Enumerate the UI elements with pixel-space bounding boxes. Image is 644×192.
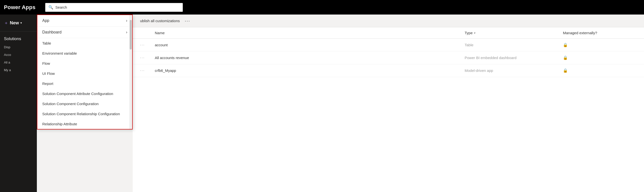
- plus-icon: ＋: [4, 20, 8, 26]
- arrow-right-icon: ›: [126, 19, 127, 23]
- content-area: ublish all customizations ··· Name Type …: [133, 15, 644, 192]
- table-row: ··· crfb6_Myapp Model-driven app 🔒: [133, 64, 644, 77]
- search-icon: 🔍: [48, 5, 53, 10]
- dropdown-app-label: App: [42, 19, 49, 23]
- sort-icon[interactable]: ∨: [474, 31, 476, 35]
- th-name: Name: [155, 31, 465, 35]
- th-managed: Managed externally?: [563, 31, 637, 35]
- arrow-right-icon-2: ›: [126, 30, 127, 35]
- row-dots-2[interactable]: ···: [140, 56, 155, 60]
- search-container: 🔍 Search: [45, 3, 183, 12]
- row-dots-3[interactable]: ···: [140, 68, 155, 73]
- new-dropdown-menu: App › Dashboard › Table Environment vari…: [37, 15, 133, 129]
- dropdown-item-scac[interactable]: Solution Component Attribute Configurati…: [37, 89, 132, 99]
- table-row: ··· All accounts revenue Power BI embedd…: [133, 52, 644, 64]
- content-toolbar: ublish all customizations ···: [133, 15, 644, 27]
- dropdown-item-scc[interactable]: Solution Component Configuration: [37, 99, 132, 109]
- row-type-3: Model-driven app: [465, 68, 563, 73]
- sidebar-acco[interactable]: Acco: [0, 51, 37, 59]
- row-type-2: Power BI embedded dashboard: [465, 56, 563, 60]
- dropdown-table-label: Table: [42, 41, 51, 45]
- dropdown-item-flow[interactable]: Flow: [37, 58, 132, 68]
- lock-icon-2: 🔒: [563, 55, 568, 60]
- scrollbar-thumb: [130, 20, 132, 50]
- row-type-1: Table: [465, 43, 563, 47]
- dropdown-item-env-variable[interactable]: Environment variable: [37, 48, 132, 58]
- table-row: ··· account Table 🔒: [133, 39, 644, 52]
- search-box[interactable]: 🔍 Search: [45, 3, 183, 12]
- publish-button[interactable]: ublish all customizations: [140, 19, 180, 23]
- lock-icon-1: 🔒: [563, 43, 568, 47]
- table-header: Name Type ∨ Managed externally?: [133, 27, 644, 39]
- dropdown-scac-label: Solution Component Attribute Configurati…: [42, 92, 113, 96]
- solutions-table: Name Type ∨ Managed externally? ··· acco…: [133, 27, 644, 192]
- sidebar: ＋ New ▾ Solutions Disp Acco All a My a: [0, 15, 37, 192]
- lock-icon-3: 🔒: [563, 68, 568, 73]
- dropdown-item-table[interactable]: Table: [37, 38, 132, 48]
- sidebar-solutions-label: Solutions: [0, 32, 37, 43]
- sidebar-mya[interactable]: My a: [0, 66, 37, 74]
- dropdown-item-ui-flow[interactable]: UI Flow: [37, 68, 132, 79]
- row-name-3[interactable]: crfb6_Myapp: [155, 68, 465, 73]
- more-options-button[interactable]: ···: [185, 18, 190, 24]
- dropdown-item-dashboard[interactable]: Dashboard ›: [37, 27, 132, 38]
- row-dots-1[interactable]: ···: [140, 43, 155, 47]
- row-managed-2: 🔒: [563, 55, 637, 60]
- dropdown-item-app[interactable]: App ›: [37, 15, 132, 27]
- th-type: Type ∨: [465, 31, 563, 35]
- dropdown-report-label: Report: [42, 81, 53, 86]
- new-label: New: [10, 21, 19, 26]
- dropdown-item-ra[interactable]: Relationship Attribute: [37, 119, 132, 129]
- dropdown-ui-flow-label: UI Flow: [42, 71, 55, 76]
- dropdown-scrollbar[interactable]: [129, 15, 132, 129]
- row-managed-1: 🔒: [563, 43, 637, 47]
- dropdown-env-label: Environment variable: [42, 51, 77, 55]
- dropdown-scc-label: Solution Component Configuration: [42, 102, 98, 106]
- chevron-down-icon: ▾: [20, 21, 22, 25]
- row-name-2[interactable]: All accounts revenue: [155, 56, 465, 60]
- dropdown-item-scrc[interactable]: Solution Component Relationship Configur…: [37, 109, 132, 119]
- search-placeholder: Search: [55, 5, 67, 9]
- sidebar-disp[interactable]: Disp: [0, 43, 37, 51]
- dropdown-ra-label: Relationship Attribute: [42, 122, 77, 126]
- app-title: Power Apps: [4, 4, 36, 11]
- dropdown-dashboard-label: Dashboard: [42, 30, 62, 35]
- th-type-label: Type: [465, 31, 473, 35]
- new-button[interactable]: ＋ New ▾: [0, 15, 37, 32]
- main-layout: ＋ New ▾ Solutions Disp Acco All a My a A…: [0, 15, 644, 192]
- sidebar-alla[interactable]: All a: [0, 59, 37, 66]
- dropdown-scrc-label: Solution Component Relationship Configur…: [42, 112, 120, 116]
- top-bar: Power Apps 🔍 Search: [0, 0, 644, 15]
- dropdown-flow-label: Flow: [42, 61, 50, 66]
- row-managed-3: 🔒: [563, 68, 637, 73]
- row-name-1[interactable]: account: [155, 43, 465, 47]
- dropdown-item-report[interactable]: Report: [37, 79, 132, 89]
